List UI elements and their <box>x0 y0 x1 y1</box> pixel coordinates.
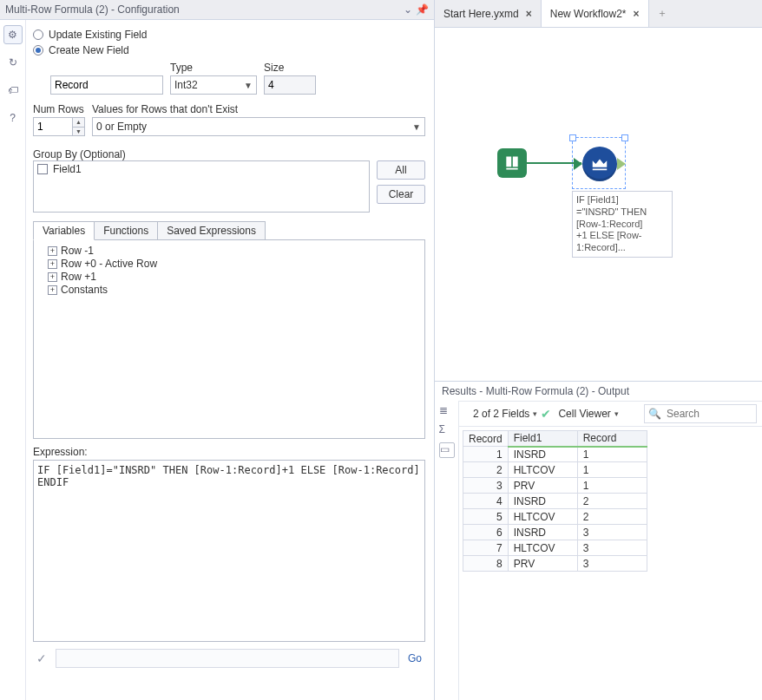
expand-icon[interactable]: + <box>48 246 57 256</box>
tab-functions[interactable]: Functions <box>95 221 158 240</box>
help-icon[interactable]: ? <box>3 108 23 128</box>
new-field-name-input[interactable] <box>50 75 163 95</box>
cellviewer-dropdown[interactable]: Cell Viewer ▾ <box>558 408 618 420</box>
output-anchor-icon[interactable] <box>617 158 626 170</box>
table-row[interactable]: 8PRV3 <box>463 556 647 572</box>
cell-field1: INSRD <box>508 447 577 462</box>
config-title: Multi-Row Formula (2) - Configuration <box>5 3 401 16</box>
groupby-list[interactable]: Field1 <box>33 160 370 213</box>
cell-record: 2 <box>577 509 647 525</box>
tree-item[interactable]: +Row +0 - Active Row <box>39 258 419 270</box>
doc-tab-label: New Workflow2* <box>550 8 627 20</box>
book-icon <box>503 154 521 172</box>
radio-update-existing[interactable]: Update Existing Field <box>33 29 425 41</box>
list-icon[interactable]: ≣ <box>439 404 455 420</box>
groupby-label: Group By (Optional) <box>33 148 425 160</box>
cellviewer-label: Cell Viewer <box>558 408 610 420</box>
checkbox-icon[interactable] <box>37 164 48 174</box>
tag-icon[interactable]: 🏷 <box>3 81 23 100</box>
expand-icon[interactable]: + <box>48 272 57 282</box>
table-row[interactable]: 3PRV1 <box>463 478 647 494</box>
config-header: Multi-Row Formula (2) - Configuration ⌄ … <box>0 0 434 20</box>
fields-dropdown[interactable]: 2 of 2 Fields ▾ ✔ <box>473 407 551 421</box>
tree-item[interactable]: +Constants <box>39 284 419 296</box>
cell-rownum: 6 <box>463 525 509 540</box>
table-row[interactable]: 2HLTCOV1 <box>463 462 647 478</box>
cell-field1: HLTCOV <box>508 462 577 478</box>
clear-button[interactable]: Clear <box>377 185 425 204</box>
table-row[interactable]: 4INSRD2 <box>463 494 647 509</box>
cell-rownum: 4 <box>463 494 509 509</box>
results-title: Results - Multi-Row Formula (2) - Output <box>435 382 762 401</box>
results-grid[interactable]: Record Field1 Record 1INSRD12HLTCOV13PRV… <box>463 430 647 572</box>
all-button[interactable]: All <box>377 160 425 180</box>
results-search[interactable]: 🔍 <box>644 404 757 423</box>
search-icon: 🔍 <box>648 408 661 420</box>
tree-item[interactable]: +Row -1 <box>39 245 419 257</box>
fields-dd-label: 2 of 2 Fields <box>473 408 529 420</box>
spin-up-icon[interactable]: ▲ <box>72 118 84 128</box>
pin-icon[interactable]: 📌 <box>415 3 429 16</box>
quick-expr-input[interactable] <box>56 649 399 668</box>
type-dropdown[interactable]: Int32 ▼ <box>170 75 257 95</box>
type-label: Type <box>170 62 257 74</box>
col-field1[interactable]: Field1 <box>508 431 577 447</box>
close-icon[interactable]: × <box>526 8 532 20</box>
input-tool-node[interactable] <box>497 148 527 178</box>
config-toolstrip: ⚙ ↻ 🏷 ? <box>0 20 26 700</box>
numrows-stepper[interactable]: ▲▼ <box>33 117 85 136</box>
go-button[interactable]: Go <box>404 652 425 664</box>
new-tab-button[interactable]: ＋ <box>649 0 675 27</box>
cell-rownum: 1 <box>463 447 509 462</box>
col-rownum[interactable]: Record <box>463 431 509 447</box>
check-icon: ✔ <box>541 407 551 421</box>
norows-label: Values for Rows that don't Exist <box>92 103 425 115</box>
table-row[interactable]: 6INSRD3 <box>463 525 647 540</box>
cell-rownum: 8 <box>463 556 509 572</box>
tab-variables[interactable]: Variables <box>33 221 95 240</box>
table-row[interactable]: 5HLTCOV2 <box>463 509 647 525</box>
expression-input[interactable]: IF [Field1]="INSRD" THEN [Row-1:Record]+… <box>33 460 425 642</box>
table-row[interactable]: 7HLTCOV3 <box>463 540 647 556</box>
results-toolbar: 2 of 2 Fields ▾ ✔ Cell Viewer ▾ 🔍 <box>459 401 762 427</box>
close-icon[interactable]: × <box>634 8 640 20</box>
cell-rownum: 3 <box>463 478 509 494</box>
node-annotation[interactable]: IF [Field1] ="INSRD" THEN [Row-1:Record]… <box>572 191 673 258</box>
wrench-icon[interactable]: ⚙ <box>3 25 23 44</box>
type-value: Int32 <box>174 79 198 91</box>
refresh-icon[interactable]: ↻ <box>3 53 23 72</box>
cell-field1: HLTCOV <box>508 540 577 556</box>
search-input[interactable] <box>665 407 762 421</box>
multirow-formula-node[interactable] <box>582 147 617 181</box>
document-tabbar: Start Here.yxmd × New Workflow2* × ＋ <box>435 0 762 28</box>
doc-tab-start-here[interactable]: Start Here.yxmd × <box>435 0 542 27</box>
expand-icon[interactable]: + <box>48 259 57 269</box>
tree-item[interactable]: +Row +1 <box>39 271 419 283</box>
cell-record: 1 <box>577 447 647 462</box>
workflow-canvas[interactable]: IF [Field1] ="INSRD" THEN [Row-1:Record]… <box>435 28 762 381</box>
input-anchor-icon[interactable] <box>574 158 582 170</box>
crown-icon <box>590 154 609 173</box>
groupby-item[interactable]: Field1 <box>37 163 365 175</box>
expand-icon[interactable]: + <box>48 285 57 295</box>
cell-record: 3 <box>577 525 647 540</box>
sheet-icon[interactable]: ▭ <box>439 442 455 458</box>
sigma-icon[interactable]: Σ <box>439 423 455 439</box>
variables-tree[interactable]: +Row -1 +Row +0 - Active Row +Row +1 +Co… <box>33 239 425 439</box>
cell-field1: INSRD <box>508 494 577 509</box>
doc-tab-new-workflow[interactable]: New Workflow2* × <box>542 0 649 27</box>
collapse-icon[interactable]: ⌄ <box>401 3 415 16</box>
radio-create-new[interactable]: Create New Field <box>33 44 425 56</box>
config-panel: Multi-Row Formula (2) - Configuration ⌄ … <box>0 0 435 700</box>
col-record[interactable]: Record <box>577 431 647 447</box>
spin-down-icon[interactable]: ▼ <box>72 128 84 136</box>
cell-field1: INSRD <box>508 525 577 540</box>
cell-record: 2 <box>577 494 647 509</box>
cell-record: 3 <box>577 540 647 556</box>
chevron-down-icon: ▾ <box>533 409 537 418</box>
radio-on-icon <box>33 45 43 56</box>
table-row[interactable]: 1INSRD1 <box>463 447 647 462</box>
tab-saved-expressions[interactable]: Saved Expressions <box>158 221 266 240</box>
norows-dropdown[interactable]: 0 or Empty ▼ <box>92 117 425 136</box>
size-input[interactable] <box>264 75 316 95</box>
